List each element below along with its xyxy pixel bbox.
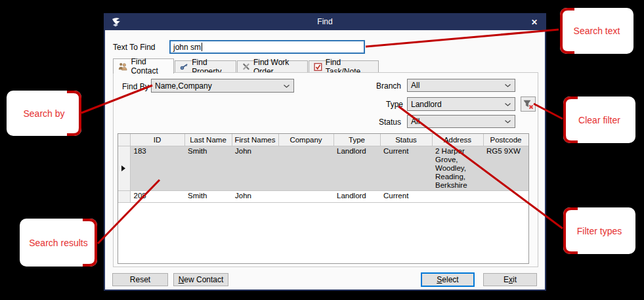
callout-search-text: Search text [560,8,633,54]
text-to-find-label: Text To Find [113,43,155,52]
callout-label: Clear filter [578,115,620,125]
cell-status[interactable]: Current [380,191,432,203]
button-label: Reset [130,275,150,284]
column-header-id[interactable]: ID [130,134,184,146]
tab-label: Find Contact [131,57,169,75]
reset-button[interactable]: Reset [112,273,168,286]
cell-type[interactable]: Landlord [333,191,380,203]
cell-first-names[interactable]: John [232,191,278,203]
column-header-postcode[interactable]: Postcode [483,134,528,146]
tab-find-task-note[interactable]: Find Task/Note [309,60,379,73]
button-label: ew Contact [184,275,223,284]
cell-company[interactable] [278,146,333,191]
branch-label: Branch [376,81,401,91]
cell-postcode[interactable] [483,191,528,203]
crossed-tools-icon [242,62,250,71]
column-header-type[interactable]: Type [333,134,380,146]
button-label: S [437,275,442,284]
type-label: Type [386,100,403,109]
grid-header-row: ID Last Name First Names Company Type St… [118,134,528,146]
callout-clear-filter: Clear filter [563,96,635,143]
chevron-down-icon [505,120,511,123]
callout-search-by: Search by [7,91,81,136]
tab-find-contact[interactable]: Find Contact [113,58,174,74]
callout-filter-types: Filter types [563,207,635,254]
find-by-value: Name,Company [155,81,212,91]
checkbox-icon [314,62,322,72]
exit-button[interactable]: Exit [483,273,537,286]
chevron-down-icon [505,103,511,106]
title-bar: Find ✕ [105,14,545,30]
search-input-value: john sm [173,43,201,52]
chevron-down-icon [505,84,511,87]
find-dialog: Find ✕ Text To Find john sm Find Contact [104,13,546,291]
status-value: All [411,117,419,126]
chevron-down-icon [284,85,290,88]
branch-value: All [411,81,419,90]
filter-with-x-icon [522,98,535,111]
column-header-last-name[interactable]: Last Name [184,134,232,146]
callout-search-results: Search results [20,219,97,267]
row-selector-cell[interactable] [118,146,130,191]
new-contact-button[interactable]: New Contact [173,273,228,286]
status-combobox[interactable]: All [407,115,515,128]
table-row[interactable]: 208 Smith John Landlord Current [118,191,528,203]
canvas: Find ✕ Text To Find john sm Find Contact [0,0,644,300]
branch-combobox[interactable]: All [407,79,515,92]
cell-id[interactable]: 183 [130,146,184,191]
callout-label: Search by [23,108,64,119]
callout-label: Search text [574,26,620,36]
key-icon [180,62,188,71]
tab-find-work-order[interactable]: Find Work Order [237,60,308,73]
type-value: Landlord [411,100,442,109]
status-label: Status [379,118,401,127]
clear-filter-button[interactable] [521,96,536,112]
cell-address[interactable] [432,191,483,203]
results-grid: ID Last Name First Names Company Type St… [118,133,529,264]
button-label: E [504,275,509,284]
cell-last-name[interactable]: Smith [184,146,232,191]
table-row[interactable]: 183 Smith John Landlord Current 2 Harper… [118,146,528,191]
search-input[interactable]: john sm [169,40,365,54]
close-icon[interactable]: ✕ [531,17,538,28]
column-header-company[interactable]: Company [278,134,333,146]
column-header-first-names[interactable]: First Names [232,134,278,146]
window-title: Find [105,17,545,26]
cell-address[interactable]: 2 Harper Grove, Woodley, Reading, Berksh… [432,146,483,191]
cell-id[interactable]: 208 [130,191,184,203]
button-label: it [513,275,517,284]
button-label: N [179,275,184,284]
find-by-combobox[interactable]: Name,Company [151,79,294,93]
select-button[interactable]: Select [421,272,475,287]
cell-postcode[interactable]: RG5 9XW [483,146,528,191]
row-selector-cell[interactable] [118,191,130,203]
tab-find-property[interactable]: Find Property [175,60,236,73]
cell-status[interactable]: Current [380,146,432,191]
callout-label: Search results [29,238,87,248]
text-caret [202,43,202,51]
cell-first-names[interactable]: John [232,146,278,191]
results-table: ID Last Name First Names Company Type St… [118,134,529,203]
cell-last-name[interactable]: Smith [184,191,232,203]
right-arrow-icon [121,165,125,171]
type-combobox[interactable]: Landlord [407,97,515,111]
callout-label: Filter types [577,226,622,236]
column-header-address[interactable]: Address [432,134,483,146]
column-header-status[interactable]: Status [380,134,432,146]
find-by-label: Find By [122,82,149,91]
cell-type[interactable]: Landlord [333,146,380,191]
people-icon [118,62,127,71]
cell-company[interactable] [278,191,333,203]
button-label: elect [442,275,458,284]
row-selector-header [118,134,130,146]
